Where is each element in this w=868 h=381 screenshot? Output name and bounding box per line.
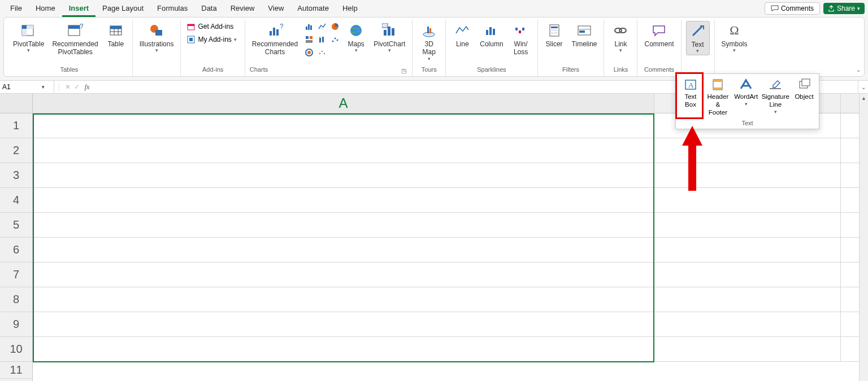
group-text: Text ▾ [682,20,715,76]
formula-bar-expand[interactable]: ⌄ [858,81,868,93]
recommended-pivottables-button[interactable]: ? Recommended PivotTables [50,21,100,58]
tab-automate[interactable]: Automate [290,1,336,17]
row-header-6[interactable]: 6 [0,238,32,262]
label: PivotChart [374,40,405,48]
svg-rect-51 [493,29,495,35]
object-button[interactable]: Object [792,76,817,117]
pivottable-button[interactable]: PivotTable ▾ [11,21,46,54]
row-header-10[interactable]: 10 [0,337,32,362]
wordart-button[interactable]: WordArt ▾ [733,76,760,117]
group-symbols: Ω Symbols ▾ [715,20,754,76]
signature-line-button[interactable]: Signature Line ▾ [761,76,791,117]
more-charts-button[interactable] [316,47,328,58]
hierarchy-chart-button[interactable] [303,34,315,45]
3dmap-icon [422,22,436,39]
name-box-input[interactable] [2,83,42,91]
name-box[interactable]: ▾ [0,81,54,93]
scatter-chart-button[interactable] [329,34,341,45]
slicer-button[interactable]: Slicer [542,21,566,49]
3d-map-button[interactable]: 3D Map ▾ [417,21,441,63]
tab-formulas[interactable]: Formulas [150,1,194,17]
column-header-a[interactable]: A [33,94,654,113]
row-header-1[interactable]: 1 [0,113,32,138]
scroll-up-icon[interactable]: ▲ [861,94,866,103]
chevron-down-icon[interactable]: ▾ [42,84,45,90]
combo-chart-button[interactable] [303,47,315,58]
row-header-5[interactable]: 5 [0,213,32,238]
insert-function-button[interactable]: fx [81,83,93,91]
select-all-corner[interactable] [0,94,32,113]
svg-rect-23 [306,27,307,30]
row-header-11[interactable]: 11 [0,362,32,379]
share-button[interactable]: Share ▾ [823,3,865,14]
pivotchart-icon [382,22,397,39]
sparkline-column-button[interactable]: Column [478,21,505,49]
vertical-scrollbar[interactable]: ▲ [859,94,868,381]
group-sparklines: Line Column Win/ Loss Sparklines [446,20,537,76]
ribbon-insert: PivotTable ▾ ? Recommended PivotTables T… [3,17,865,77]
recommended-charts-icon: ? [267,22,283,39]
comments-button[interactable]: Comments [765,2,820,15]
svg-rect-27 [306,36,309,39]
label: Signature Line [762,93,789,109]
cancel-formula-button[interactable]: ✕ [63,83,72,91]
svg-rect-29 [306,40,313,43]
globe-icon [349,22,363,39]
tab-insert[interactable]: Insert [62,1,96,17]
pie-chart-button[interactable] [329,21,341,32]
illustrations-button[interactable]: Illustrations ▾ [137,21,176,54]
my-addins-button[interactable]: My Add-ins ▾ [185,34,240,45]
tab-home[interactable]: Home [29,1,62,17]
charts-dialog-launcher[interactable]: ◳ [401,68,407,75]
svg-rect-58 [551,32,558,34]
label: Table [107,40,124,48]
group-label: Add-ins [202,65,223,75]
get-addins-button[interactable]: Get Add-ins [185,21,240,32]
group-charts: ? Recommended Charts [245,20,413,76]
comment-icon [771,5,779,12]
link-button[interactable]: Link ▾ [609,21,632,54]
statistic-chart-button[interactable] [316,34,328,45]
text-box-button[interactable]: A Text Box [678,76,703,117]
tab-help[interactable]: Help [336,1,364,17]
recommended-charts-button[interactable]: ? Recommended Charts [250,21,300,58]
label: 3D Map [423,40,436,56]
sparkline-winloss-button[interactable]: Win/ Loss [509,21,533,58]
label: Text [691,41,704,49]
header-footer-button[interactable]: Header & Footer [704,76,732,117]
symbols-button[interactable]: Ω Symbols ▾ [719,21,750,54]
svg-rect-24 [308,24,310,30]
group-label: Tours [422,65,437,75]
addins-icon [186,35,196,44]
tab-page-layout[interactable]: Page Layout [96,1,150,17]
label: WordArt [734,93,758,101]
column-chart-button[interactable] [303,21,315,32]
tab-review[interactable]: Review [224,1,262,17]
tab-view[interactable]: View [261,1,290,17]
timeline-button[interactable]: Timeline [570,21,600,49]
wordart-icon [739,77,753,92]
row-header-7[interactable]: 7 [0,262,32,287]
tab-data[interactable]: Data [194,1,223,17]
cells-area[interactable] [33,113,859,362]
maps-button[interactable]: Maps ▾ [344,21,368,54]
pivotchart-button[interactable]: PivotChart ▾ [371,21,407,54]
text-dropdown-button[interactable]: Text ▾ [686,21,710,55]
row-header-3[interactable]: 3 [0,163,32,188]
tab-file[interactable]: File [3,1,29,17]
row-header-4[interactable]: 4 [0,188,32,213]
row-header-9[interactable]: 9 [0,312,32,337]
chevron-down-icon: ▾ [27,48,30,53]
row-header-8[interactable]: 8 [0,287,32,312]
slicer-icon [548,22,561,39]
table-button[interactable]: Table [104,21,128,49]
group-label [156,65,158,75]
chevron-down-icon: ▾ [355,48,358,53]
new-comment-button[interactable]: Comment [642,21,676,49]
row-header-2[interactable]: 2 [0,138,32,163]
accept-formula-button[interactable]: ✓ [72,83,81,91]
ribbon-collapse-button[interactable]: ⌄ [856,67,861,73]
sparkline-line-button[interactable]: Line [450,21,474,49]
line-chart-button[interactable] [316,21,328,32]
chevron-down-icon: ▾ [733,48,736,53]
